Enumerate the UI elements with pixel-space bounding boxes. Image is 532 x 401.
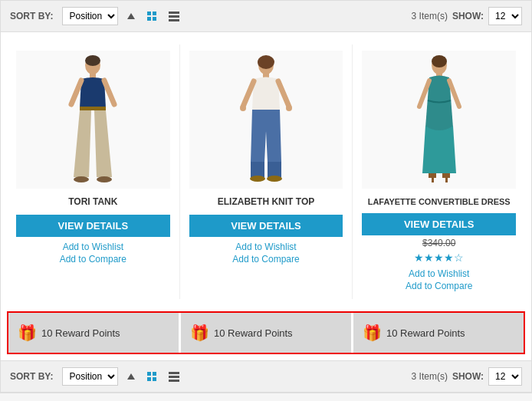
svg-point-20 <box>432 55 447 67</box>
svg-rect-24 <box>429 173 436 178</box>
add-wishlist-elizabeth-knit-top[interactable]: Add to Wishlist <box>189 242 343 252</box>
svg-line-5 <box>104 81 114 104</box>
page-wrapper: SORT BY: Position Name Price 3 Item(s) S… <box>0 0 532 393</box>
show-select[interactable]: 12 24 48 <box>488 7 522 25</box>
sort-by-label-bottom: SORT BY: <box>10 371 53 382</box>
svg-point-16 <box>286 105 292 111</box>
product-name-tori-tank: TORI TANK <box>16 196 170 209</box>
svg-rect-11 <box>251 162 264 177</box>
reward-text-1: 10 Reward Points <box>214 327 293 339</box>
svg-point-17 <box>250 176 265 182</box>
product-image-elizabeth-knit-top <box>189 51 343 189</box>
add-wishlist-tori-tank[interactable]: Add to Wishlist <box>16 242 170 252</box>
grid-view-btn-bottom[interactable] <box>144 370 159 383</box>
bottom-toolbar: SORT BY: Position Name Price 3 Item(s) S… <box>1 360 531 393</box>
svg-rect-3 <box>80 107 106 110</box>
reward-item-2: 🎁 10 Reward Points <box>353 313 524 353</box>
products-grid: TORI TANK VIEW DETAILS Add to Wishlist A… <box>1 32 531 305</box>
add-wishlist-lafayette[interactable]: Add to Wishlist <box>362 268 516 279</box>
svg-rect-12 <box>268 162 281 177</box>
sort-asc-icon <box>127 13 135 19</box>
product-name-text-lafayette: LAFAYETTE CONVERTIBLE DRESS <box>362 196 516 207</box>
sort-direction-btn-bottom[interactable] <box>124 372 138 381</box>
list-view-btn-bottom[interactable] <box>166 370 182 383</box>
product-item-tori-tank: TORI TANK VIEW DETAILS Add to Wishlist A… <box>7 44 180 299</box>
product-name-elizabeth-knit-top: ELIZABETH KNIT TOP <box>189 196 343 209</box>
svg-point-7 <box>97 176 112 182</box>
list-view-btn[interactable] <box>166 10 182 23</box>
svg-point-1 <box>85 55 100 66</box>
reward-text-0: 10 Reward Points <box>41 327 120 339</box>
list-icon <box>169 12 179 21</box>
product-rating-lafayette: ★★★★☆ <box>362 251 516 264</box>
show-select-bottom[interactable]: 12 24 48 <box>488 367 522 386</box>
list-icon-bottom <box>169 372 179 382</box>
view-details-btn-elizabeth-knit-top[interactable]: VIEW DETAILS <box>189 215 343 237</box>
toolbar-right: 3 Item(s) SHOW: 12 24 48 <box>412 7 522 25</box>
top-toolbar: SORT BY: Position Name Price 3 Item(s) S… <box>1 1 531 32</box>
product-image-lafayette-dress <box>362 51 516 189</box>
svg-point-9 <box>258 55 274 69</box>
grid-icon-bottom <box>147 372 156 381</box>
sort-select-bottom[interactable]: Position Name Price <box>62 367 118 386</box>
add-compare-elizabeth-knit-top[interactable]: Add to Compare <box>189 254 343 265</box>
reward-section: 🎁 10 Reward Points 🎁 10 Reward Points 🎁 … <box>7 311 525 354</box>
reward-icon-1: 🎁 <box>190 324 209 342</box>
svg-line-13 <box>243 81 254 107</box>
view-details-btn-tori-tank[interactable]: VIEW DETAILS <box>16 215 170 237</box>
show-label-bottom: SHOW: <box>452 371 484 382</box>
grid-view-btn[interactable] <box>144 10 159 22</box>
show-label: SHOW: <box>452 11 484 21</box>
view-details-btn-lafayette[interactable]: VIEW DETAILS <box>362 213 516 235</box>
items-count: 3 Item(s) <box>412 11 448 21</box>
svg-point-15 <box>240 105 246 111</box>
product-image-tori-tank <box>16 51 170 189</box>
sort-asc-icon-bottom <box>127 373 135 380</box>
reward-icon-2: 🎁 <box>363 324 382 342</box>
sort-select[interactable]: Position Name Price <box>62 7 118 25</box>
toolbar-right-bottom: 3 Item(s) SHOW: 12 24 48 <box>412 367 522 386</box>
add-compare-tori-tank[interactable]: Add to Compare <box>16 254 170 265</box>
svg-rect-27 <box>445 178 448 182</box>
items-count-bottom: 3 Item(s) <box>412 371 448 382</box>
svg-rect-26 <box>442 173 450 178</box>
reward-icon-0: 🎁 <box>18 324 37 342</box>
reward-item-1: 🎁 10 Reward Points <box>181 313 353 353</box>
reward-item-0: 🎁 10 Reward Points <box>8 313 181 353</box>
add-compare-lafayette[interactable]: Add to Compare <box>362 281 516 291</box>
grid-icon <box>147 12 156 21</box>
svg-line-14 <box>278 81 289 107</box>
sort-by-label: SORT BY: <box>10 11 53 21</box>
svg-rect-25 <box>432 178 434 182</box>
product-item-lafayette-dress: LAFAYETTE CONVERTIBLE DRESS VIEW DETAILS… <box>353 44 525 299</box>
product-item-elizabeth-knit-top: ELIZABETH KNIT TOP VIEW DETAILS Add to W… <box>180 44 353 299</box>
svg-line-4 <box>71 81 81 104</box>
sort-direction-btn[interactable] <box>124 12 138 21</box>
svg-point-18 <box>267 176 282 182</box>
svg-point-6 <box>74 176 89 182</box>
reward-text-2: 10 Reward Points <box>386 327 465 339</box>
product-name-lafayette: LAFAYETTE CONVERTIBLE DRESS VIEW DETAILS… <box>362 196 516 264</box>
